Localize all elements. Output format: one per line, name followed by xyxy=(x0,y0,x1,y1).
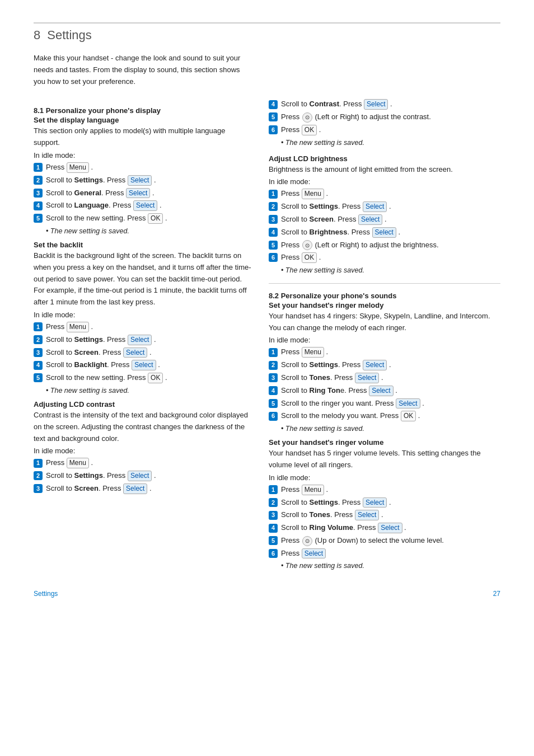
list-item: 4 Scroll to Backlight. Press Select . xyxy=(34,359,252,370)
language-steps: 1 Press Menu . 2 Scroll to Settings. Pre… xyxy=(34,162,252,224)
kbd-menu: Menu xyxy=(302,485,324,495)
ringer-steps: 1 Press Menu . 2 Scroll to Settings. Pre… xyxy=(269,346,500,421)
step-text: Scroll to Settings. Press Select . xyxy=(46,470,252,481)
step-num-4: 4 xyxy=(34,201,43,210)
nav-icon: ⊙ xyxy=(302,112,312,123)
backlit-note: The new setting is saved. xyxy=(46,387,252,395)
list-item: 4 Scroll to Brightness. Press Select . xyxy=(269,227,500,238)
step-num-2: 2 xyxy=(34,176,43,185)
list-item: 1 Press Menu . xyxy=(269,188,500,199)
kbd-select: Select xyxy=(355,373,379,383)
list-item: 5 Press ⊙ (Left or Right) to adjust the … xyxy=(269,111,500,123)
step-text: Press ⊙ (Up or Down) to select the volum… xyxy=(281,535,500,546)
chapter-rule xyxy=(34,22,500,24)
list-item: 1 Press Menu . xyxy=(34,162,252,173)
step-num-2: 2 xyxy=(269,361,278,370)
section-8-2-heading: 8.2 Personalize your phone's sounds xyxy=(269,292,500,300)
volume-idle: In idle mode: xyxy=(269,473,500,482)
list-item: 3 Scroll to Tones. Press Select . xyxy=(269,509,500,520)
two-col-layout: 8.1 Personalize your phone's display Set… xyxy=(34,98,500,573)
kbd-select: Select xyxy=(132,360,156,370)
contrast-note: The new setting is saved. xyxy=(281,139,500,147)
step-num-6: 6 xyxy=(269,125,278,134)
kbd-select: Select xyxy=(372,227,396,238)
step-num-4: 4 xyxy=(34,361,43,370)
right-column: 4 Scroll to Contrast. Press Select . 5 P… xyxy=(269,98,500,573)
kbd-ok: OK xyxy=(148,213,163,224)
step-num-1: 1 xyxy=(269,348,278,357)
step-text: Press Menu . xyxy=(46,321,252,332)
step-text: Scroll to Screen. Press Select . xyxy=(46,483,252,494)
backlit-body: Backlit is the background light of the s… xyxy=(34,250,252,308)
contrast-steps-left: 1 Press Menu . 2 Scroll to Settings. Pre… xyxy=(34,457,252,494)
sub-heading-volume: Set your handset's ringer volume xyxy=(269,438,500,447)
list-item: 5 Press ⊙ (Left or Right) to adjust the … xyxy=(269,240,500,251)
step-num-5: 5 xyxy=(34,214,43,223)
list-item: 1 Press Menu . xyxy=(34,321,252,332)
brightness-body: Brightness is the amount of light emitte… xyxy=(269,164,500,176)
backlit-idle: In idle mode: xyxy=(34,311,252,319)
step-num-5: 5 xyxy=(269,112,278,121)
step-text: Press Menu . xyxy=(281,484,500,495)
step-num-3: 3 xyxy=(34,189,43,198)
kbd-menu: Menu xyxy=(67,322,89,332)
step-text: Press Select xyxy=(281,548,500,559)
footer-left: Settings xyxy=(34,590,58,598)
kbd-select: Select xyxy=(363,201,387,212)
contrast-body: Contrast is the intensity of the text an… xyxy=(34,410,252,444)
list-item: 5 Scroll to the ringer you want. Press S… xyxy=(269,398,500,409)
brightness-idle: In idle mode: xyxy=(269,177,500,186)
step-text: Scroll to Tones. Press Select . xyxy=(281,509,500,520)
nav-icon: ⊙ xyxy=(302,240,312,250)
kbd-ok: OK xyxy=(302,125,317,135)
step-text: Scroll to Settings. Press Select . xyxy=(281,497,500,508)
kbd-ok: OK xyxy=(401,411,416,421)
language-note: The new setting is saved. xyxy=(46,227,252,235)
list-item: 1 Press Menu . xyxy=(34,457,252,468)
step-text: Press ⊙ (Left or Right) to adjust the br… xyxy=(281,240,500,251)
list-item: 3 Scroll to Tones. Press Select . xyxy=(269,372,500,383)
step-num-5: 5 xyxy=(34,373,43,382)
list-item: 4 Scroll to Ring Volume. Press Select . xyxy=(269,522,500,533)
step-num-4: 4 xyxy=(269,228,278,237)
list-item: 2 Scroll to Settings. Press Select . xyxy=(269,201,500,212)
brightness-note: The new setting is saved. xyxy=(281,266,500,274)
sub-heading-ringer: Set your handset's ringer melody xyxy=(269,301,500,309)
kbd-select: Select xyxy=(123,483,147,494)
list-item: 2 Scroll to Settings. Press Select . xyxy=(34,470,252,481)
contrast-steps-right: 4 Scroll to Contrast. Press Select . 5 P… xyxy=(269,98,500,135)
step-text: Press OK . xyxy=(281,124,500,135)
step-text: Press Menu . xyxy=(281,346,500,358)
step-text: Press Menu . xyxy=(46,162,252,173)
kbd-ok: OK xyxy=(148,373,163,383)
list-item: 6 Press Select xyxy=(269,548,500,559)
step-num-6: 6 xyxy=(269,412,278,421)
step-num-5: 5 xyxy=(269,399,278,408)
step-text: Scroll to General. Press Select . xyxy=(46,187,252,199)
list-item: 2 Scroll to Settings. Press Select . xyxy=(34,175,252,186)
volume-body: Your handset has 5 ringer volume levels.… xyxy=(269,448,500,471)
footer-right: 27 xyxy=(493,590,500,598)
list-item: 6 Scroll to the melody you want. Press O… xyxy=(269,410,500,421)
step-num-1: 1 xyxy=(34,322,43,331)
intro-text: Make this your handset - change the look… xyxy=(34,53,252,87)
step-num-5: 5 xyxy=(269,536,278,545)
step-text: Scroll to Settings. Press Select . xyxy=(46,334,252,345)
step-text: Press Menu . xyxy=(46,457,252,468)
step-num-6: 6 xyxy=(269,253,278,262)
page: 8 Settings Make this your handset - chan… xyxy=(0,0,534,620)
volume-note: The new setting is saved. xyxy=(281,562,500,570)
step-text: Scroll to Brightness. Press Select . xyxy=(281,227,500,238)
step-text: Scroll to Screen. Press Select . xyxy=(281,214,500,225)
nav-icon: ⊙ xyxy=(302,536,312,546)
list-item: 1 Press Menu . xyxy=(269,346,500,358)
kbd-select: Select xyxy=(378,523,402,533)
list-item: 4 Scroll to Language. Press Select . xyxy=(34,200,252,211)
step-num-4: 4 xyxy=(269,386,278,395)
kbd-select: Select xyxy=(358,214,382,225)
step-num-3: 3 xyxy=(34,484,43,493)
section-rule-8-2 xyxy=(269,283,500,284)
step-text: Scroll to the ringer you want. Press Sel… xyxy=(281,398,500,409)
ringer-idle: In idle mode: xyxy=(269,336,500,344)
brightness-heading: Adjust LCD brightness xyxy=(269,154,500,163)
